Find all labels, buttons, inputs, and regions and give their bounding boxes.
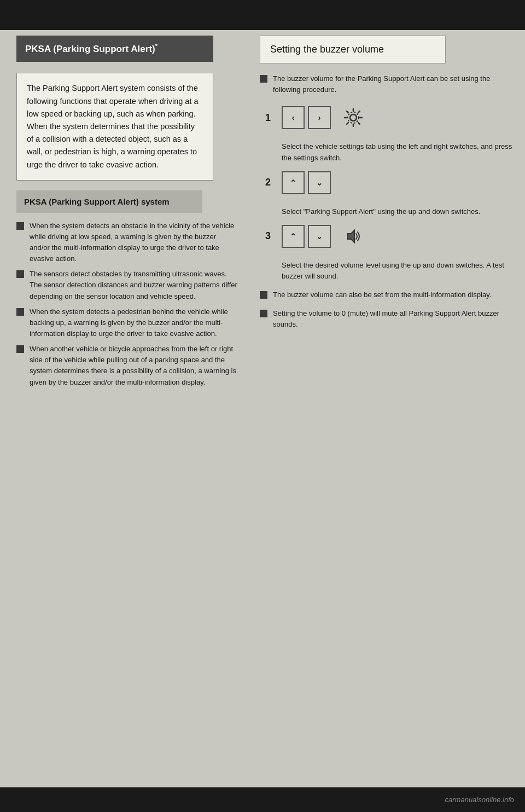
step-3-row: 3 ⌃ ⌄ <box>265 225 514 248</box>
right-intro: The buzzer volume for the Parking Suppor… <box>260 73 514 95</box>
section-2-text: The sensors detect obstacles by transmit… <box>30 269 238 301</box>
step-1-left-btn[interactable]: ‹ <box>282 106 305 129</box>
step-1-left-arrow: ‹ <box>292 113 295 122</box>
step-3-up-arrow: ⌃ <box>290 232 296 241</box>
section-3-icon <box>16 308 24 316</box>
step-2-down-arrow: ⌄ <box>316 178 323 187</box>
note-2-icon <box>260 310 267 317</box>
steps-area: 1 ‹ › <box>260 106 514 282</box>
right-column: Setting the buzzer volume The buzzer vol… <box>249 0 525 812</box>
left-section-2: The sensors detect obstacles by transmit… <box>16 269 238 301</box>
section-4-icon <box>16 345 24 353</box>
svg-point-0 <box>350 114 357 121</box>
step-3-buttons: ⌃ ⌄ <box>282 225 331 248</box>
gear-icon <box>342 106 365 129</box>
volume-icon <box>342 225 365 248</box>
right-note-2: Setting the volume to 0 (mute) will mute… <box>260 308 514 330</box>
step-3-number: 3 <box>265 230 282 242</box>
left-column: PKSA (Parking Support Alert)* The Parkin… <box>0 0 249 812</box>
section-3-text: When the system detects a pedestrian beh… <box>30 306 238 339</box>
left-section-1: When the system detects an obstacle in t… <box>16 221 238 265</box>
step-3-desc: Select the desired volume level using th… <box>282 261 504 280</box>
step-3-down-btn[interactable]: ⌄ <box>308 225 331 248</box>
step-2-buttons: ⌃ ⌄ <box>282 171 331 194</box>
step-1-right-btn[interactable]: › <box>308 106 331 129</box>
left-title-superscript: * <box>155 43 158 49</box>
step-2-down-btn[interactable]: ⌄ <box>308 171 331 194</box>
left-section-4: When another vehicle or bicycle approach… <box>16 344 238 388</box>
subtitle-box: PKSA (Parking Support Alert) system <box>16 190 202 213</box>
right-intro-icon <box>260 75 267 83</box>
step-2-desc: Select "Parking Support Alert" using the… <box>282 207 480 216</box>
left-section-3: When the system detects a pedestrian beh… <box>16 306 238 339</box>
right-intro-text: The buzzer volume for the Parking Suppor… <box>273 73 514 95</box>
note-2-text: Setting the volume to 0 (mute) will mute… <box>273 308 514 330</box>
step-3-up-btn[interactable]: ⌃ <box>282 225 305 248</box>
step-2-up-btn[interactable]: ⌃ <box>282 171 305 194</box>
section-4-text: When another vehicle or bicycle approach… <box>30 344 238 388</box>
step-1-row: 1 ‹ › <box>265 106 514 129</box>
right-note-1: The buzzer volume can also be set from t… <box>260 289 514 300</box>
right-title-text: Setting the buzzer volume <box>270 44 384 55</box>
svg-marker-2 <box>348 230 354 242</box>
right-title-box: Setting the buzzer volume <box>260 36 446 63</box>
step-1-right-arrow: › <box>318 113 321 122</box>
subtitle-text: PKSA (Parking Support Alert) system <box>24 197 170 206</box>
step-2-up-arrow: ⌃ <box>290 178 296 187</box>
section-1-icon <box>16 222 24 230</box>
description-text: The Parking Support Alert system consist… <box>27 84 199 169</box>
step-2-number: 2 <box>265 177 282 188</box>
section-2-icon <box>16 270 24 278</box>
note-1-text: The buzzer volume can also be set from t… <box>273 289 491 300</box>
note-1-icon <box>260 291 267 299</box>
description-box: The Parking Support Alert system consist… <box>16 73 213 180</box>
section-1-text: When the system detects an obstacle in t… <box>30 221 238 265</box>
step-1-number: 1 <box>265 112 282 124</box>
page-container: carmanualsonline.info PKSA (Parking Supp… <box>0 0 525 812</box>
step-3-down-arrow: ⌄ <box>316 232 323 241</box>
left-title-text: PKSA (Parking Support Alert) <box>25 44 155 54</box>
step-2-row: 2 ⌃ ⌄ <box>265 171 514 194</box>
step-1-desc: Select the vehicle settings tab using th… <box>282 142 512 161</box>
left-title-box: PKSA (Parking Support Alert)* <box>16 36 213 62</box>
step-1-buttons: ‹ › <box>282 106 331 129</box>
